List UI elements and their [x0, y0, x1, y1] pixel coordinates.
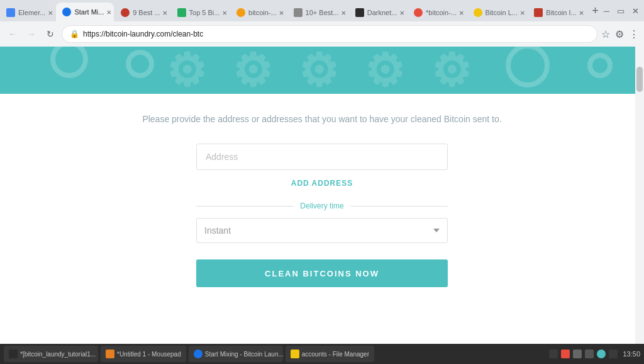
- tab-1-favicon: [6, 8, 15, 17]
- sys-icon-2: [561, 350, 570, 358]
- tab-6-favicon: [294, 8, 303, 17]
- tab-1[interactable]: Elemer... ×: [0, 4, 55, 21]
- hero-bg-text: ⚙ ⚙ ⚙ ⚙ ⚙: [166, 47, 477, 94]
- tab-4[interactable]: Top 5 Bi... ×: [171, 4, 230, 21]
- tab-3-close[interactable]: ×: [160, 8, 168, 18]
- tab-8-label: *bitcoin-...: [426, 9, 457, 16]
- back-button[interactable]: ←: [5, 26, 20, 42]
- form-description: Please provide the address or addresses …: [142, 113, 501, 126]
- tab-10-label: Bitcoin I...: [546, 9, 576, 16]
- taskbar-item-3[interactable]: Start Mixing - Bitcoin Laun...: [189, 346, 283, 362]
- taskbar-item-1[interactable]: *[bitcoin_laundy_tutorial1...: [4, 346, 98, 362]
- tab-4-label: Top 5 Bi...: [189, 9, 220, 16]
- tab-2-label: Start Mi...: [74, 8, 104, 16]
- new-tab-button[interactable]: +: [587, 4, 604, 18]
- tab-10-close[interactable]: ×: [577, 8, 584, 18]
- browser-frame: Elemer... × Start Mi... × 9 Best ... × T…: [0, 0, 644, 47]
- tab-2-close[interactable]: ×: [104, 8, 111, 17]
- tab-7[interactable]: Darknet... ×: [349, 4, 407, 21]
- sys-icon-6: [609, 350, 618, 358]
- taskbar-clock: 13:50: [623, 350, 640, 358]
- taskbar-icon-4: [291, 350, 299, 358]
- toolbar-icons: ☆ ⚙ ⋮: [601, 28, 639, 40]
- gear-decoration-2: [126, 50, 154, 78]
- tab-1-label: Elemer...: [18, 9, 45, 16]
- tab-5-close[interactable]: ×: [277, 8, 284, 18]
- tab-5-favicon: [236, 8, 245, 17]
- tab-9-close[interactable]: ×: [518, 8, 525, 18]
- delivery-select[interactable]: Instant 1 hour 6 hours 24 hours: [196, 218, 448, 243]
- tab-2-favicon: [62, 8, 71, 16]
- taskbar-label-4: accounts - File Manager: [302, 351, 369, 358]
- delivery-line-right: [350, 206, 448, 207]
- taskbar-label-3: Start Mixing - Bitcoin Laun...: [205, 351, 283, 358]
- sys-icon-1: [549, 350, 558, 358]
- sys-icon-4: [585, 350, 594, 358]
- tab-7-close[interactable]: ×: [397, 8, 404, 18]
- delivery-label: Delivery time: [294, 202, 350, 210]
- tab-9-label: Bitcoin L...: [486, 9, 518, 16]
- gear-decoration-4: [587, 53, 613, 78]
- tab-9[interactable]: Bitcoin L... ×: [467, 4, 528, 21]
- menu-icon[interactable]: ⋮: [629, 28, 639, 40]
- bookmark-icon[interactable]: ☆: [601, 28, 610, 40]
- forward-button[interactable]: →: [24, 26, 39, 42]
- taskbar-item-2[interactable]: *Untitled 1 - Mousepad: [101, 346, 186, 362]
- clean-bitcoins-button[interactable]: CLEAN BITCOINS NOW: [196, 259, 448, 287]
- taskbar-right: 13:50: [549, 350, 640, 358]
- tab-6-close[interactable]: ×: [338, 8, 346, 18]
- sys-icon-5: [597, 350, 606, 358]
- taskbar-icon-2: [106, 350, 114, 358]
- delivery-line-left: [196, 206, 294, 207]
- main-form: Please provide the address or addresses …: [0, 94, 644, 300]
- hero-banner: ⚙ ⚙ ⚙ ⚙ ⚙: [0, 47, 644, 94]
- add-address-button[interactable]: ADD ADDRESS: [291, 179, 353, 188]
- address-bar: ← → ↻ 🔒 https://bitcoin-laundry.com/clea…: [0, 21, 644, 47]
- tab-10[interactable]: Bitcoin I... ×: [528, 4, 586, 21]
- tab-6[interactable]: 10+ Best... ×: [287, 4, 348, 21]
- window-controls: ─ ▭ ✕: [604, 6, 644, 16]
- tab-1-close[interactable]: ×: [45, 8, 53, 18]
- url-text: https://bitcoin-laundry.com/clean-btc: [83, 30, 203, 38]
- scrollbar[interactable]: [635, 47, 644, 344]
- tab-6-label: 10+ Best...: [306, 9, 339, 16]
- sys-icons: [549, 350, 618, 358]
- scrollbar-thumb[interactable]: [636, 67, 643, 92]
- page-content: ⚙ ⚙ ⚙ ⚙ ⚙ Please provide the address or …: [0, 47, 644, 344]
- url-bar[interactable]: 🔒 https://bitcoin-laundry.com/clean-btc: [62, 25, 597, 43]
- taskbar-item-4[interactable]: accounts - File Manager: [286, 346, 374, 362]
- tab-4-favicon: [177, 8, 186, 17]
- taskbar-label-1: *[bitcoin_laundy_tutorial1...: [20, 351, 96, 358]
- tab-4-close[interactable]: ×: [219, 8, 227, 18]
- tab-3-favicon: [121, 8, 130, 17]
- close-button[interactable]: ✕: [632, 6, 639, 16]
- tab-7-favicon: [355, 8, 364, 17]
- taskbar: *[bitcoin_laundy_tutorial1... *Untitled …: [0, 344, 644, 364]
- gear-decoration-1: [50, 47, 88, 78]
- minimize-button[interactable]: ─: [604, 6, 609, 16]
- tab-10-favicon: [534, 8, 543, 17]
- tab-9-favicon: [474, 8, 482, 17]
- gear-decoration-3: [506, 47, 550, 88]
- taskbar-label-2: *Untitled 1 - Mousepad: [117, 351, 181, 358]
- delivery-label-row: Delivery time: [196, 202, 448, 210]
- tab-3-label: 9 Best ...: [133, 9, 160, 16]
- tab-2[interactable]: Start Mi... ×: [56, 3, 114, 21]
- taskbar-icon-3: [194, 350, 203, 358]
- lock-icon: 🔒: [70, 30, 79, 38]
- extensions-icon[interactable]: ⚙: [615, 28, 624, 40]
- tab-8-favicon: [414, 8, 423, 17]
- taskbar-icon-1: [9, 350, 18, 358]
- tab-7-label: Darknet...: [367, 9, 397, 16]
- tab-8-close[interactable]: ×: [457, 8, 464, 18]
- tab-3[interactable]: 9 Best ... ×: [114, 4, 170, 21]
- reload-button[interactable]: ↻: [43, 26, 58, 42]
- delivery-section: Delivery time Instant 1 hour 6 hours 24 …: [196, 202, 448, 243]
- tab-8[interactable]: *bitcoin-... ×: [408, 4, 466, 21]
- tab-bar: Elemer... × Start Mi... × 9 Best ... × T…: [0, 0, 644, 21]
- sys-icon-3: [573, 350, 582, 358]
- restore-button[interactable]: ▭: [617, 6, 625, 16]
- tab-5[interactable]: bitcoin-... ×: [230, 4, 287, 21]
- tab-5-label: bitcoin-...: [248, 9, 277, 16]
- address-input[interactable]: [196, 144, 448, 170]
